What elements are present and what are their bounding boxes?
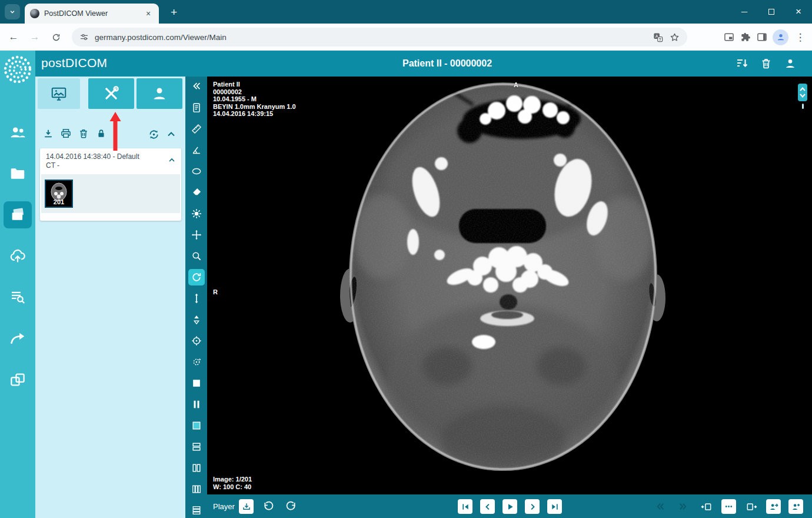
layout-two-rows-button[interactable] <box>188 439 205 455</box>
report-tool[interactable] <box>188 99 205 116</box>
minimize-button[interactable]: ─ <box>731 0 758 24</box>
overlay-birth-sex: 10.04.1955 - M <box>213 95 296 103</box>
more-options-button[interactable] <box>721 499 736 514</box>
eraser-tool[interactable] <box>188 184 205 201</box>
browser-tab[interactable]: PostDICOM Viewer × <box>25 4 159 24</box>
last-image-button[interactable] <box>547 499 562 514</box>
tab-viewer-settings[interactable] <box>38 78 80 109</box>
download-button[interactable] <box>41 127 55 141</box>
window-controls: ─ × <box>731 0 812 24</box>
target-icon <box>191 335 202 347</box>
tab-tools[interactable] <box>88 78 134 109</box>
add-patient-button[interactable] <box>788 499 803 514</box>
pip-button[interactable] <box>723 31 735 43</box>
collapse-toolbar-button[interactable] <box>188 78 205 95</box>
zoom-tool[interactable] <box>188 248 205 264</box>
layout-single-button[interactable] <box>188 375 205 391</box>
next-series-button[interactable] <box>675 499 690 514</box>
stack-scroll-tool[interactable] <box>188 290 205 307</box>
play-button[interactable] <box>502 499 517 514</box>
nav-studies[interactable] <box>4 201 32 228</box>
delete-button[interactable] <box>758 56 774 71</box>
image-scrollbar[interactable] <box>798 84 807 101</box>
account-button[interactable] <box>783 56 798 71</box>
address-bar[interactable]: germany.postdicom.com/Viewer/Main A <box>72 28 687 47</box>
tab-close-button[interactable]: × <box>143 8 154 19</box>
study-collapse-button[interactable] <box>167 155 177 165</box>
sort-button[interactable] <box>734 56 750 71</box>
new-tab-button[interactable]: + <box>167 5 181 19</box>
rotate-cw-icon <box>285 500 297 513</box>
rotate-ccw-button[interactable] <box>261 499 276 514</box>
extensions-button[interactable] <box>740 31 751 43</box>
rotate-cw-button[interactable] <box>284 499 298 514</box>
scrollbar-track <box>802 104 804 109</box>
bookmark-button[interactable] <box>669 32 680 43</box>
series-thumbnail[interactable]: 201 <box>45 180 73 208</box>
delete-study-button[interactable] <box>76 127 91 141</box>
cloud-upload-icon <box>9 247 26 265</box>
prev-series-button[interactable] <box>653 499 668 514</box>
lock-button[interactable] <box>94 127 108 141</box>
overlay-patient-info: Patient II 00000002 10.04.1955 - M BEYIN… <box>213 81 296 118</box>
folder-icon <box>9 165 26 182</box>
reload-button[interactable] <box>47 28 65 46</box>
rotate-tool[interactable] <box>188 269 205 285</box>
window-level-tool[interactable] <box>188 205 205 222</box>
nav-share[interactable] <box>5 327 31 350</box>
trash-icon <box>760 57 773 70</box>
nav-folders[interactable] <box>5 162 31 185</box>
print-icon <box>60 128 72 140</box>
study-header-line2: CT - <box>46 161 165 170</box>
maximize-button[interactable] <box>758 0 785 24</box>
layout-three-cols-button[interactable] <box>188 481 205 497</box>
translate-button[interactable]: A <box>653 32 664 43</box>
reset-view-button[interactable] <box>147 127 161 141</box>
windowing-presets-tool[interactable] <box>188 311 205 328</box>
nav-patients[interactable] <box>5 121 31 144</box>
url-text[interactable]: germany.postdicom.com/Viewer/Main <box>95 33 647 42</box>
side-panel-button[interactable] <box>756 31 768 43</box>
sync-icon <box>9 371 26 388</box>
tab-patient-info[interactable] <box>137 78 182 109</box>
ruler-tool[interactable] <box>188 121 205 137</box>
share-patient-button[interactable] <box>766 499 781 514</box>
chevron-left-icon <box>483 502 492 512</box>
back-button[interactable]: ← <box>5 28 22 46</box>
image-viewport[interactable]: Patient II 00000002 10.04.1955 - M BEYIN… <box>207 77 812 494</box>
browser-menu-button[interactable]: ⋮ <box>793 28 807 46</box>
study-card[interactable]: 14.04.2016 14:38:40 - Default CT - 201 <box>40 148 181 221</box>
pan-tool[interactable] <box>188 227 205 243</box>
close-window-button[interactable]: × <box>785 0 812 24</box>
localizer-tool[interactable] <box>188 333 205 349</box>
layout-two-cols-button[interactable] <box>188 460 205 476</box>
site-favicon <box>30 9 39 18</box>
browser-window: PostDICOM Viewer × + ─ × ← → germany.pos… <box>0 0 812 518</box>
layout-split-button[interactable] <box>188 396 205 413</box>
layout-prev-button[interactable] <box>699 499 714 514</box>
collapse-panel-button[interactable] <box>164 127 178 141</box>
annotation-arrow <box>109 112 121 151</box>
layout-next-button[interactable] <box>744 499 758 514</box>
nav-upload[interactable] <box>5 245 31 267</box>
tab-search-button[interactable] <box>5 4 20 19</box>
angle-tool[interactable] <box>188 142 205 158</box>
chevron-down-icon <box>8 8 16 16</box>
rotate-3d-tool[interactable] <box>188 354 205 370</box>
list-search-icon <box>9 288 26 306</box>
sort-icon <box>735 57 749 71</box>
forward-button[interactable]: → <box>26 28 44 46</box>
print-button[interactable] <box>59 127 73 141</box>
app-logo: postDICOM <box>41 56 107 70</box>
profile-button[interactable] <box>773 29 788 45</box>
first-image-button[interactable] <box>458 499 472 514</box>
layout-current-button[interactable] <box>188 417 205 434</box>
eraser-icon <box>191 187 202 198</box>
export-image-button[interactable] <box>239 499 254 514</box>
next-image-button[interactable] <box>525 499 540 514</box>
ellipse-roi-tool[interactable] <box>188 163 205 180</box>
nav-order-search[interactable] <box>5 286 31 308</box>
layout-three-rows-button[interactable] <box>188 502 205 518</box>
prev-image-button[interactable] <box>480 499 495 514</box>
nav-transfer[interactable] <box>5 368 31 391</box>
